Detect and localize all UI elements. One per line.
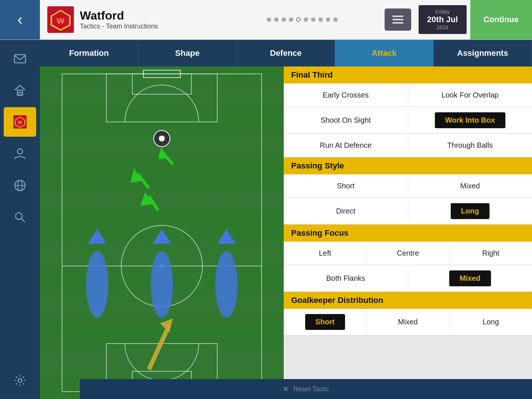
- dot-8: [318, 17, 323, 22]
- page-dots: [219, 17, 384, 22]
- reset-tactic-label[interactable]: Reset Tactic: [293, 385, 330, 393]
- look-for-overlap-option[interactable]: Look For Overlap: [408, 86, 532, 105]
- dot-4: [289, 17, 293, 22]
- club-logo: W: [47, 6, 74, 33]
- sidebar-item-club[interactable]: W: [4, 107, 36, 137]
- tab-defence[interactable]: Defence: [237, 40, 335, 66]
- date-display: Friday 20th Jul 2018: [419, 5, 467, 34]
- header: ‹ W Watford Tactics - Team Instructions: [0, 0, 532, 40]
- short-option[interactable]: Short: [284, 177, 408, 195]
- date-day: Friday: [426, 9, 459, 15]
- gk-short-option[interactable]: Short: [284, 309, 366, 335]
- direct-long-row: Direct Long: [284, 198, 532, 225]
- svg-rect-19: [106, 74, 217, 122]
- svg-rect-4: [14, 55, 25, 63]
- gk-distribution-row: Short Mixed Long: [284, 309, 532, 335]
- continue-button[interactable]: Continue: [470, 0, 532, 40]
- svg-marker-42: [217, 229, 236, 244]
- tab-attack[interactable]: Attack: [335, 40, 433, 66]
- through-balls-option[interactable]: Through Balls: [408, 136, 532, 155]
- both-flanks-option[interactable]: Both Flanks: [284, 269, 408, 288]
- dot-1: [267, 17, 271, 22]
- club-subtitle: Tactics - Team Instructions: [80, 23, 158, 30]
- final-third-header: Final Third: [284, 66, 532, 83]
- footer: ✕ Reset Tactic: [80, 379, 532, 399]
- tab-shape[interactable]: Shape: [138, 40, 236, 66]
- run-at-defence-option[interactable]: Run At Defence: [284, 136, 408, 155]
- main-content: Formation Shape Defence Attack Assignmen…: [40, 40, 532, 399]
- svg-point-11: [17, 149, 23, 154]
- svg-marker-38: [88, 229, 106, 244]
- right-focus-option[interactable]: Right: [450, 244, 532, 263]
- dot-10: [333, 17, 338, 22]
- pitch-container: [40, 66, 284, 399]
- centre-focus-option[interactable]: Centre: [366, 244, 449, 263]
- svg-line-16: [21, 219, 25, 222]
- club-info: W Watford Tactics - Team Instructions: [40, 6, 219, 33]
- dot-7: [311, 17, 316, 22]
- mixed-passing-option[interactable]: Mixed: [408, 177, 532, 195]
- passing-style-header: Passing Style: [284, 157, 532, 174]
- svg-point-39: [151, 251, 173, 318]
- dot-6: [304, 17, 308, 22]
- club-text: Watford Tactics - Team Instructions: [80, 9, 158, 30]
- left-focus-option[interactable]: Left: [284, 244, 366, 263]
- sidebar-item-search[interactable]: [4, 202, 36, 232]
- work-into-box-option[interactable]: Work Into Box: [408, 107, 532, 133]
- dot-9: [326, 17, 330, 22]
- svg-text:W: W: [57, 16, 65, 25]
- dot-3: [282, 17, 286, 22]
- pitch-svg: [40, 66, 284, 399]
- dot-5-active: [296, 17, 301, 22]
- sidebar: W: [0, 40, 40, 399]
- short-mixed-row: Short Mixed: [284, 174, 532, 198]
- home-icon: [13, 83, 27, 97]
- passing-focus-header: Passing Focus: [284, 225, 532, 242]
- sidebar-item-world[interactable]: [4, 171, 36, 200]
- mail-icon: [13, 52, 27, 65]
- search-icon: [13, 211, 27, 224]
- svg-point-15: [16, 213, 22, 219]
- menu-button[interactable]: [385, 8, 411, 31]
- club-name: Watford: [80, 9, 158, 23]
- early-crosses-row: Early Crosses Look For Overlap: [284, 83, 532, 107]
- both-flanks-row: Both Flanks Mixed: [284, 265, 532, 292]
- reset-x-icon[interactable]: ✕: [283, 385, 289, 393]
- gk-mixed-option[interactable]: Mixed: [366, 313, 449, 331]
- dot-2: [274, 17, 279, 22]
- left-centre-right-row: Left Centre Right: [284, 242, 532, 265]
- early-crosses-option[interactable]: Early Crosses: [284, 86, 408, 105]
- sidebar-item-mail[interactable]: [4, 44, 36, 73]
- sidebar-item-manager[interactable]: [4, 139, 36, 168]
- gk-long-option[interactable]: Long: [450, 313, 532, 331]
- tab-formation[interactable]: Formation: [40, 40, 138, 66]
- long-option[interactable]: Long: [408, 198, 532, 224]
- sidebar-item-settings[interactable]: [4, 366, 36, 395]
- svg-point-29: [159, 136, 165, 141]
- svg-point-17: [18, 379, 22, 382]
- hamburger-icon: [392, 16, 403, 24]
- tab-bar: Formation Shape Defence Attack Assignmen…: [40, 40, 532, 66]
- back-button[interactable]: ‹: [0, 0, 40, 40]
- right-panel: Final Third Early Crosses Look For Overl…: [284, 66, 532, 399]
- mixed-focus-option[interactable]: Mixed: [408, 265, 532, 291]
- pitch: [40, 66, 284, 399]
- world-icon: [13, 179, 27, 192]
- run-at-defence-row: Run At Defence Through Balls: [284, 134, 532, 157]
- svg-point-41: [215, 251, 238, 318]
- svg-line-43: [149, 325, 169, 369]
- date-year: 2018: [426, 24, 459, 30]
- date-main: 20th Jul: [426, 15, 459, 24]
- back-arrow-icon: ‹: [17, 11, 23, 28]
- content-area: Final Third Early Crosses Look For Overl…: [40, 66, 532, 399]
- goalkeeper-distribution-header: Goalkeeper Distribution: [284, 292, 532, 309]
- shoot-on-sight-row: Shoot On Sight Work Into Box: [284, 107, 532, 134]
- svg-text:W: W: [18, 120, 22, 125]
- manager-icon: [13, 147, 27, 160]
- sidebar-item-home[interactable]: [4, 75, 36, 105]
- svg-marker-40: [153, 229, 171, 244]
- shoot-on-sight-option[interactable]: Shoot On Sight: [284, 111, 408, 130]
- svg-point-37: [86, 251, 108, 318]
- direct-option[interactable]: Direct: [284, 202, 408, 221]
- tab-assignments[interactable]: Assignments: [434, 40, 532, 66]
